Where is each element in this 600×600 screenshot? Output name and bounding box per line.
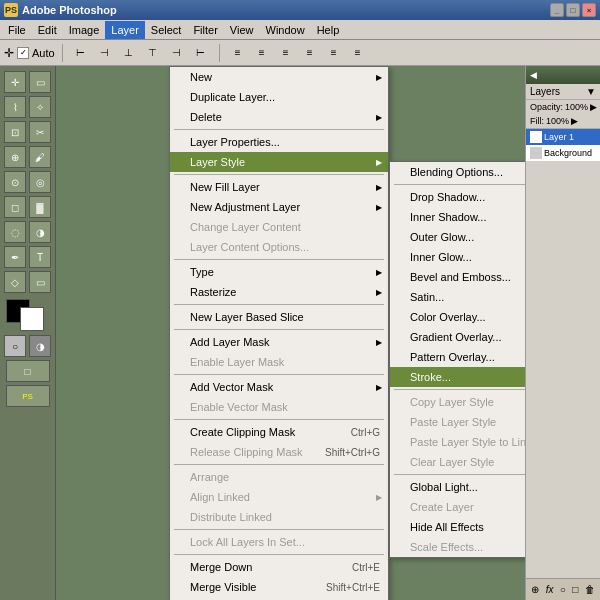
dist-btn-5[interactable]: ≡	[323, 42, 345, 64]
tool-lasso[interactable]: ⌇	[4, 96, 26, 118]
dist-btn-1[interactable]: ≡	[227, 42, 249, 64]
tool-select[interactable]: ▭	[29, 71, 51, 93]
align-btn-6[interactable]: ⊢	[190, 42, 212, 64]
mask-icon[interactable]: ○	[560, 584, 566, 595]
quick-mask-off[interactable]: ○	[4, 335, 26, 357]
menu-create-clipping[interactable]: Create Clipping Mask Ctrl+G	[170, 422, 388, 442]
dist-btn-4[interactable]: ≡	[299, 42, 321, 64]
submenu-create-layer: Create Layer	[390, 497, 525, 517]
align-btn-1[interactable]: ⊢	[70, 42, 92, 64]
fill-arrow[interactable]: ▶	[571, 116, 578, 126]
menu-merge-visible[interactable]: Merge Visible Shift+Ctrl+E	[170, 577, 388, 597]
menu-help[interactable]: Help	[311, 21, 346, 39]
menu-add-layer-mask[interactable]: Add Layer Mask	[170, 332, 388, 352]
tool-dodge[interactable]: ◑	[29, 221, 51, 243]
tool-history[interactable]: ◎	[29, 171, 51, 193]
submenu-blending[interactable]: Blending Options...	[390, 162, 525, 182]
submenu-drop-shadow[interactable]: Drop Shadow...	[390, 187, 525, 207]
menu-arrange: Arrange	[170, 467, 388, 487]
menu-align-linked: Align Linked	[170, 487, 388, 507]
menu-new[interactable]: New	[170, 67, 388, 87]
tool-blur[interactable]: ◌	[4, 221, 26, 243]
delete-icon[interactable]: 🗑	[585, 584, 595, 595]
menu-new-adj[interactable]: New Adjustment Layer	[170, 197, 388, 217]
align-btn-2[interactable]: ⊣	[94, 42, 116, 64]
submenu-bevel-emboss[interactable]: Bevel and Emboss...	[390, 267, 525, 287]
sep-5	[174, 329, 384, 330]
menu-rasterize[interactable]: Rasterize	[170, 282, 388, 302]
menu-file[interactable]: File	[2, 21, 32, 39]
tool-slice[interactable]: ✂	[29, 121, 51, 143]
menu-filter[interactable]: Filter	[187, 21, 223, 39]
dist-btn-6[interactable]: ≡	[347, 42, 369, 64]
submenu-stroke[interactable]: Stroke...	[390, 367, 525, 387]
tool-stamp[interactable]: ⊙	[4, 171, 26, 193]
auto-select-checkbox[interactable]: ✓	[17, 47, 29, 59]
tool-path[interactable]: ◇	[4, 271, 26, 293]
group-icon[interactable]: □	[572, 584, 578, 595]
screen-mode[interactable]: □	[6, 360, 50, 382]
menu-new-fill[interactable]: New Fill Layer	[170, 177, 388, 197]
app-icon: PS	[4, 3, 18, 17]
tool-crop[interactable]: ⊡	[4, 121, 26, 143]
tool-shape[interactable]: ▭	[29, 271, 51, 293]
background-color[interactable]	[20, 307, 44, 331]
submenu-color-overlay[interactable]: Color Overlay...	[390, 307, 525, 327]
submenu-inner-shadow[interactable]: Inner Shadow...	[390, 207, 525, 227]
align-btn-5[interactable]: ⊣	[166, 42, 188, 64]
menu-content-options: Layer Content Options...	[170, 237, 388, 257]
layers-arrow[interactable]: ▼	[586, 86, 596, 97]
menu-add-vector-mask[interactable]: Add Vector Mask	[170, 377, 388, 397]
menu-select[interactable]: Select	[145, 21, 188, 39]
dist-btn-3[interactable]: ≡	[275, 42, 297, 64]
submenu-inner-glow[interactable]: Inner Glow...	[390, 247, 525, 267]
layer-item-1[interactable]: Layer 1	[526, 129, 600, 145]
tool-gradient[interactable]: ▓	[29, 196, 51, 218]
menu-layer[interactable]: Layer	[105, 21, 145, 39]
shortcut-clipping: Ctrl+G	[351, 427, 380, 438]
menu-delete[interactable]: Delete	[170, 107, 388, 127]
tool-pen[interactable]: ✒	[4, 246, 26, 268]
menu-layer-style[interactable]: Layer Style	[170, 152, 388, 172]
menu-edit[interactable]: Edit	[32, 21, 63, 39]
tool-eraser[interactable]: ◻	[4, 196, 26, 218]
menu-bar: File Edit Image Layer Select Filter View…	[0, 20, 600, 40]
submenu-global-light[interactable]: Global Light...	[390, 477, 525, 497]
tool-brush[interactable]: 🖌	[29, 146, 51, 168]
layer-dropdown-menu: New Duplicate Layer... Delete Layer Prop…	[169, 66, 389, 600]
fx-icon[interactable]: fx	[546, 584, 554, 595]
tool-magic[interactable]: ✧	[29, 96, 51, 118]
menu-duplicate[interactable]: Duplicate Layer...	[170, 87, 388, 107]
quick-mask-on[interactable]: ◑	[29, 335, 51, 357]
menu-view[interactable]: View	[224, 21, 260, 39]
menu-merge-down[interactable]: Merge Down Ctrl+E	[170, 557, 388, 577]
submenu-pattern-overlay[interactable]: Pattern Overlay...	[390, 347, 525, 367]
menu-layer-properties[interactable]: Layer Properties...	[170, 132, 388, 152]
menu-new-slice[interactable]: New Layer Based Slice	[170, 307, 388, 327]
photoshop-btn[interactable]: PS	[6, 385, 50, 407]
align-btn-3[interactable]: ⊥	[118, 42, 140, 64]
dist-btn-2[interactable]: ≡	[251, 42, 273, 64]
minimize-btn[interactable]: _	[550, 3, 564, 17]
submenu-gradient-overlay[interactable]: Gradient Overlay...	[390, 327, 525, 347]
layer-item-bg[interactable]: Background	[526, 145, 600, 161]
tool-heal[interactable]: ⊕	[4, 146, 26, 168]
submenu-outer-glow[interactable]: Outer Glow...	[390, 227, 525, 247]
tool-move[interactable]: ✛	[4, 71, 26, 93]
fill-row: Fill: 100% ▶	[526, 114, 600, 129]
maximize-btn[interactable]: □	[566, 3, 580, 17]
align-btn-4[interactable]: ⊤	[142, 42, 164, 64]
submenu-copy-style: Copy Layer Style	[390, 392, 525, 412]
menu-type[interactable]: Type	[170, 262, 388, 282]
menu-window[interactable]: Window	[260, 21, 311, 39]
menu-image[interactable]: Image	[63, 21, 106, 39]
opacity-arrow[interactable]: ▶	[590, 102, 597, 112]
close-btn[interactable]: ×	[582, 3, 596, 17]
collapse-icon[interactable]: ◀	[530, 70, 537, 80]
tool-text[interactable]: T	[29, 246, 51, 268]
submenu-satin[interactable]: Satin...	[390, 287, 525, 307]
submenu-hide-effects[interactable]: Hide All Effects	[390, 517, 525, 537]
submenu-clear-style: Clear Layer Style	[390, 452, 525, 472]
menu-lock-all: Lock All Layers In Set...	[170, 532, 388, 552]
link-icon[interactable]: ⊕	[531, 584, 539, 595]
